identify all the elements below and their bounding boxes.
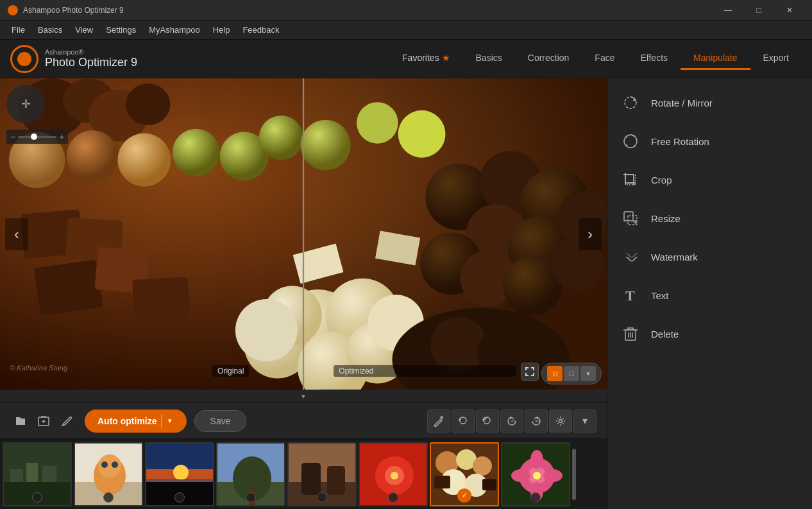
settings-button[interactable] <box>549 410 572 433</box>
thumbnail-4[interactable] <box>216 442 285 506</box>
svg-point-94 <box>543 469 562 482</box>
svg-text:90°: 90° <box>511 419 517 423</box>
thumb-8-dot <box>530 492 541 503</box>
thumbnail-6[interactable] <box>359 442 428 506</box>
photo-split-view: Original Optimized © Katharina Stang <box>0 78 607 390</box>
zoom-plus-button[interactable]: + <box>59 132 64 142</box>
next-photo-button[interactable]: › <box>579 218 602 250</box>
thumb-scrollbar[interactable] <box>572 449 576 500</box>
menu-view[interactable]: View <box>69 22 99 37</box>
svg-point-93 <box>511 469 530 482</box>
menu-crop[interactable]: Crop <box>607 160 812 199</box>
edit-button[interactable] <box>56 411 77 431</box>
menu-watermark[interactable]: Watermark <box>607 237 812 276</box>
crop-label: Crop <box>651 175 672 185</box>
menu-help[interactable]: Help <box>207 22 237 37</box>
minimize-button[interactable]: — <box>713 0 743 21</box>
magic-wand-button[interactable] <box>427 410 450 433</box>
undo-button[interactable] <box>452 410 475 433</box>
thumb-2-dot <box>103 492 114 503</box>
svg-point-65 <box>173 465 189 480</box>
thumb-1-dot <box>32 492 42 503</box>
single-view-button[interactable]: □ <box>564 366 579 381</box>
auto-optimize-label: Auto optimize <box>97 416 157 426</box>
tab-basics[interactable]: Basics <box>463 47 515 70</box>
nav-cross[interactable]: ✛ <box>6 85 45 123</box>
thumbnail-5[interactable] <box>287 442 357 506</box>
file-tools <box>10 411 77 431</box>
save-button[interactable]: Save <box>194 410 247 432</box>
svg-point-91 <box>530 450 543 469</box>
more-button[interactable]: ▾ <box>573 410 596 433</box>
menu-rotate-mirror[interactable]: Rotate / Mirror <box>607 83 812 122</box>
svg-rect-85 <box>434 476 450 488</box>
svg-rect-18 <box>132 277 190 320</box>
delete-label: Delete <box>651 329 679 340</box>
thumbnail-3[interactable] <box>145 442 214 506</box>
split-view-button[interactable]: ⊟ <box>547 366 562 381</box>
toggle-dropdown-button[interactable]: ▼ <box>580 366 596 381</box>
optimized-label: Optimized <box>334 365 516 377</box>
thumbnail-8[interactable] <box>501 442 570 506</box>
rotate-ccw-button[interactable]: 90° <box>500 410 523 433</box>
delete-icon <box>620 324 641 344</box>
tab-correction[interactable]: Correction <box>515 47 582 70</box>
thumbnail-1[interactable] <box>3 442 72 506</box>
rotate-cw-button[interactable]: 90° <box>525 410 548 433</box>
tab-face[interactable]: Face <box>582 47 627 70</box>
thumbnail-2[interactable] <box>74 442 143 506</box>
menu-text[interactable]: T Text <box>607 276 812 315</box>
thumbnail-7[interactable]: ✓ <box>430 442 499 506</box>
close-button[interactable]: ✕ <box>775 0 804 21</box>
collapse-button[interactable]: ▼ <box>0 390 607 402</box>
auto-optimize-dropdown[interactable]: ▾ <box>161 415 174 427</box>
photo-viewer: ✛ − + <box>0 78 607 390</box>
watermark-icon <box>620 246 641 267</box>
window-controls: — □ ✕ <box>713 0 804 21</box>
tab-favorites[interactable]: Favorites ★ <box>389 47 462 70</box>
thumbnail-strip: ✓ <box>0 438 607 509</box>
svg-rect-74 <box>327 466 345 495</box>
svg-text:T: T <box>625 288 635 304</box>
menu-file[interactable]: File <box>5 22 31 37</box>
zoom-minus-button[interactable]: − <box>10 132 15 142</box>
open-file-button[interactable] <box>10 411 31 431</box>
right-panel: Rotate / Mirror Free Rotation <box>607 78 812 509</box>
menu-free-rotation[interactable]: Free Rotation <box>607 122 812 160</box>
svg-point-7 <box>117 134 171 187</box>
add-icon <box>37 415 50 427</box>
magic-wand-icon <box>433 415 444 427</box>
tab-effects[interactable]: Effects <box>627 47 681 70</box>
zoom-slider[interactable] <box>18 136 56 138</box>
thumb-7-check: ✓ <box>457 488 471 503</box>
resize-label: Resize <box>651 213 681 224</box>
menu-delete[interactable]: Delete <box>607 315 812 353</box>
brand-name: Ashampoo® <box>45 48 137 56</box>
watermark-text: © Katharina Stang <box>10 364 67 372</box>
rotate-mirror-label: Rotate / Mirror <box>651 98 713 108</box>
menu-basics[interactable]: Basics <box>31 22 69 37</box>
text-label: Text <box>651 290 669 301</box>
thumb-6-dot <box>388 492 398 503</box>
add-file-button[interactable] <box>33 411 54 431</box>
svg-rect-16 <box>34 259 103 316</box>
view-mode-toggle: ⊟ □ ▼ <box>541 363 602 384</box>
menu-resize[interactable]: Resize <box>607 199 812 237</box>
svg-rect-66 <box>146 479 214 482</box>
auto-optimize-button[interactable]: Auto optimize ▾ <box>85 410 187 433</box>
undo-all-button[interactable] <box>476 410 499 433</box>
tab-manipulate[interactable]: Manipulate <box>681 47 750 70</box>
tab-export[interactable]: Export <box>750 47 802 70</box>
svg-point-26 <box>235 299 298 361</box>
svg-point-61 <box>112 462 118 468</box>
menu-feedback[interactable]: Feedback <box>236 22 285 37</box>
prev-photo-button[interactable]: ‹ <box>5 218 28 250</box>
maximize-button[interactable]: □ <box>744 0 774 21</box>
bottom-toolbar: Auto optimize ▾ Save <box>0 402 607 438</box>
menu-myashampoo[interactable]: MyAshampoo <box>142 22 206 37</box>
menu-settings[interactable]: Settings <box>99 22 142 37</box>
product-name: Photo Optimizer 9 <box>45 56 137 69</box>
action-icons: 90° 90° ▾ <box>427 410 596 433</box>
expand-view-button[interactable] <box>521 363 539 381</box>
resize-icon <box>620 208 641 229</box>
